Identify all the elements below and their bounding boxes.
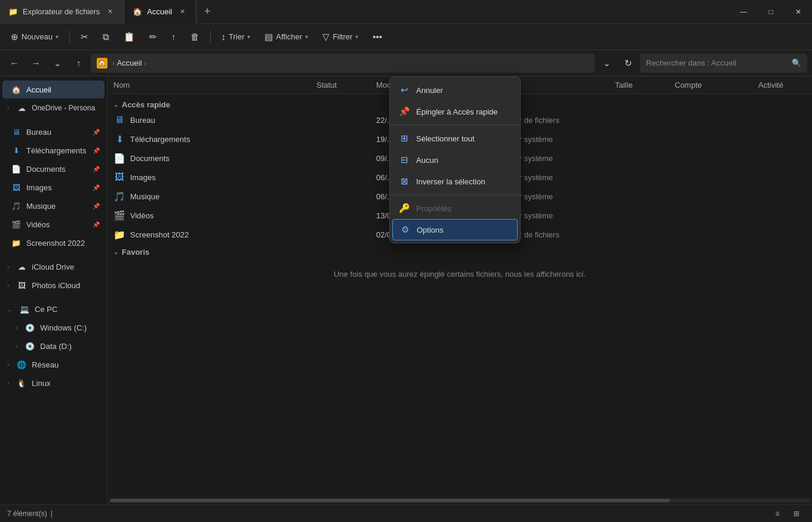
delete-icon: 🗑 xyxy=(190,32,199,42)
nouveau-icon: ⊕ xyxy=(11,32,19,42)
sidebar-item-data-d[interactable]: › 💿 Data (D:) xyxy=(2,337,104,355)
sidebar-item-windows-c[interactable]: › 💿 Windows (C:) xyxy=(2,319,104,336)
sidebar-onedrive-label: OneDrive - Persona xyxy=(32,104,95,112)
breadcrumb-accueil[interactable]: Accueil xyxy=(117,58,142,67)
dropdown-breadcrumb-button[interactable]: ⌄ xyxy=(597,54,616,73)
inverser-label: Inverser la sélection xyxy=(416,177,485,186)
afficher-button[interactable]: ▤ Afficher ▾ xyxy=(259,27,314,47)
sidebar-ce-pc-label: Ce PC xyxy=(35,305,57,314)
videos-pin-icon: 📌 xyxy=(93,221,100,228)
horizontal-scrollbar[interactable] xyxy=(107,497,812,504)
search-bar[interactable]: Rechercher dans : Accueil 🔍 xyxy=(640,54,807,73)
sidebar-reseau-label: Réseau xyxy=(32,360,59,369)
sidebar-screenshot-label: Screenshot 2022 xyxy=(26,239,85,248)
sidebar-item-accueil[interactable]: 🏠 Accueil xyxy=(2,81,104,98)
sidebar-item-onedrive[interactable]: › ☁ OneDrive - Persona xyxy=(2,99,104,117)
epingler-icon: 📌 xyxy=(398,106,410,118)
col-status-header[interactable]: Statut xyxy=(316,81,376,89)
breadcrumb-bar[interactable]: 🏠 › Accueil › xyxy=(91,54,595,73)
bureau-pin-icon: 📌 xyxy=(93,129,100,135)
menu-item-selectionner-tout[interactable]: ⊞ Sélectionner tout xyxy=(390,128,520,149)
menu-item-options[interactable]: ⚙ Options xyxy=(392,219,518,240)
dropdown-history-button[interactable]: ⌄ xyxy=(48,54,67,73)
explorer-tab-close[interactable]: ✕ xyxy=(104,7,115,17)
menu-item-aucun[interactable]: ⊟ Aucun xyxy=(390,149,520,171)
add-tab-button[interactable]: + xyxy=(196,0,218,24)
epingler-label: Épingler à Accès rapide xyxy=(416,107,498,116)
toolbar-sep-2 xyxy=(210,30,211,44)
scrollbar-thumb[interactable] xyxy=(110,499,670,502)
explorer-tab-label: Explorateur de fichiers xyxy=(23,7,100,16)
sidebar-item-musique[interactable]: 🎵 Musique 📌 xyxy=(2,197,104,215)
scrollbar-track xyxy=(110,499,810,502)
bureau-file-name: Bureau xyxy=(130,116,155,125)
reseau-arrow: › xyxy=(7,362,9,368)
documents-file-name: Documents xyxy=(130,154,170,163)
accueil-tab-icon: 🏠 xyxy=(133,7,142,17)
tab-explorer[interactable]: 📁 Explorateur de fichiers ✕ xyxy=(0,0,124,24)
sidebar-item-reseau[interactable]: › 🌐 Réseau xyxy=(2,356,104,373)
sidebar-item-screenshot[interactable]: 📁 Screenshot 2022 xyxy=(2,234,104,252)
more-button[interactable]: ••• xyxy=(367,27,388,47)
nouveau-button[interactable]: ⊕ Nouveau ▾ xyxy=(5,27,64,47)
menu-item-annuler[interactable]: ↩ Annuler xyxy=(390,79,520,101)
telechargements-icon: ⬇ xyxy=(11,145,21,156)
sidebar-item-icloud-drive[interactable]: › ☁ iCloud Drive xyxy=(2,258,104,276)
sidebar-item-linux[interactable]: › 🐧 Linux xyxy=(2,374,104,392)
close-button[interactable]: ✕ xyxy=(785,0,812,24)
windows-c-arrow: › xyxy=(16,325,17,331)
back-button[interactable]: ← xyxy=(5,54,24,73)
aucun-icon: ⊟ xyxy=(398,154,410,166)
rename-button[interactable]: ✏ xyxy=(143,27,163,47)
sidebar-accueil-label: Accueil xyxy=(26,85,51,94)
minimize-button[interactable]: — xyxy=(730,0,757,24)
cut-button[interactable]: ✂ xyxy=(75,27,94,47)
share-button[interactable]: ↑ xyxy=(165,27,182,47)
sidebar-item-videos[interactable]: 🎬 Vidéos 📌 xyxy=(2,215,104,233)
delete-button[interactable]: 🗑 xyxy=(184,27,205,47)
screenshot-icon: 📁 xyxy=(11,237,21,248)
col-activity-header[interactable]: Activité xyxy=(758,81,806,89)
ce-pc-arrow: ⌄ xyxy=(7,306,12,313)
sidebar-item-ce-pc[interactable]: ⌄ 💻 Ce PC xyxy=(2,300,104,318)
refresh-button[interactable]: ↻ xyxy=(619,54,638,73)
favoris-header[interactable]: ⌄ Favoris xyxy=(107,244,812,258)
filtrer-button[interactable]: ▽ Filtrer ▾ xyxy=(316,27,364,47)
grid-view-button[interactable]: ⊞ xyxy=(788,507,805,520)
list-view-button[interactable]: ≡ xyxy=(769,507,786,520)
photos-icloud-icon: 🖼 xyxy=(16,280,27,291)
menu-item-proprietes: 🔑 Propriétés xyxy=(390,197,520,219)
status-bar: 7 élément(s) | ≡ ⊞ xyxy=(0,504,812,522)
sidebar-item-photos-icloud[interactable]: › 🖼 Photos iCloud xyxy=(2,276,104,294)
windows-c-icon: 💿 xyxy=(24,322,35,333)
bureau-icon: 🖥 xyxy=(11,126,21,137)
screenshot2022-file-name: Screenshot 2022 xyxy=(130,230,189,239)
sidebar-images-label: Images xyxy=(26,183,52,192)
paste-button[interactable]: 📋 xyxy=(118,27,141,47)
menu-item-inverser[interactable]: ⊠ Inverser la sélection xyxy=(390,171,520,192)
sidebar-item-telechargements[interactable]: ⬇ Téléchargements 📌 xyxy=(2,141,104,159)
sidebar-item-bureau[interactable]: 🖥 Bureau 📌 xyxy=(2,123,104,141)
col-account-header[interactable]: Compte xyxy=(675,81,758,89)
col-name-header[interactable]: Nom xyxy=(113,81,316,89)
cursor-indicator: | xyxy=(51,509,53,518)
tab-accueil[interactable]: 🏠 Accueil ✕ xyxy=(124,0,196,24)
onedrive-arrow: › xyxy=(7,105,9,112)
title-bar: 📁 Explorateur de fichiers ✕ 🏠 Accueil ✕ … xyxy=(0,0,812,24)
copy-button[interactable]: ⧉ xyxy=(97,27,115,47)
sidebar-item-images[interactable]: 🖼 Images 📌 xyxy=(2,178,104,196)
sidebar-videos-label: Vidéos xyxy=(26,220,50,229)
telechargements-pin-icon: 📌 xyxy=(93,147,100,154)
quick-access-chevron: ⌄ xyxy=(113,101,118,108)
forward-button[interactable]: → xyxy=(26,54,45,73)
sort-button[interactable]: ↕ Trier ▾ xyxy=(216,27,257,47)
data-d-arrow: › xyxy=(16,343,17,350)
up-button[interactable]: ↑ xyxy=(69,54,88,73)
col-size-header[interactable]: Taille xyxy=(615,81,675,89)
accueil-tab-close[interactable]: ✕ xyxy=(177,7,187,17)
maximize-button[interactable]: □ xyxy=(757,0,785,24)
videos-icon: 🎬 xyxy=(11,219,21,230)
sidebar-item-documents[interactable]: 📄 Documents 📌 xyxy=(2,160,104,178)
nav-bar: ← → ⌄ ↑ 🏠 › Accueil › ⌄ ↻ Rechercher dan… xyxy=(0,50,812,76)
menu-item-epingler[interactable]: 📌 Épingler à Accès rapide xyxy=(390,101,520,122)
